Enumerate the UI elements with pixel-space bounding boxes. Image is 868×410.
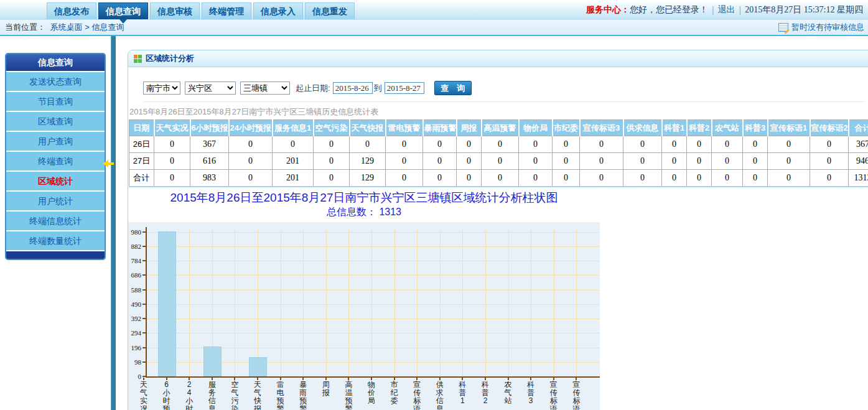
sidebar-item-1[interactable]: 节目查询	[6, 91, 105, 111]
sidebar-item-2[interactable]: 区域查询	[6, 111, 105, 131]
table-cell: 0	[768, 136, 810, 153]
town-select[interactable]: 三塘镇	[240, 82, 290, 95]
sidebar-item-3[interactable]: 用户查询	[6, 131, 105, 151]
table-cell: 0	[457, 153, 482, 170]
nav-tab-0[interactable]: 信息发布	[47, 2, 96, 19]
table-cell: 0	[662, 136, 687, 153]
nav-tab-5[interactable]: 信息重发	[305, 2, 355, 19]
pending-review-icon	[778, 23, 788, 32]
table-cell: 0	[229, 153, 273, 170]
v-gridline	[235, 230, 235, 376]
table-cell: 0	[314, 153, 350, 170]
table-cell: 0	[423, 136, 457, 153]
x-axis-label-19: 宣传标语2	[572, 381, 581, 410]
v-gridline	[189, 230, 190, 376]
h-gridline	[147, 232, 600, 233]
v-gridline	[485, 230, 486, 376]
table-cell: 0	[553, 153, 580, 170]
table-cell: 0	[768, 153, 810, 170]
y-axis-tick-label: 196	[128, 344, 141, 352]
arrow-tail	[108, 162, 114, 165]
x-axis-label-2: 24小时预报	[185, 381, 194, 410]
y-axis-tick-label: 490	[128, 301, 141, 308]
sidebar-collapse-arrow[interactable]	[103, 160, 115, 167]
y-axis-tick-label: 294	[128, 329, 141, 337]
table-cell: 0	[229, 170, 273, 187]
pending-review-notice[interactable]: 暂时没有待审核信息	[778, 20, 864, 35]
x-axis	[146, 376, 600, 378]
table-cell: 0	[687, 153, 712, 170]
v-gridline	[508, 230, 509, 376]
table-cell: 1313	[849, 170, 868, 187]
x-axis-label-17: 科普3	[526, 381, 536, 405]
sidebar-menu: 发送状态查询节目查询区域查询用户查询终端查询区域统计用户统计终端信息统计终端数量…	[6, 71, 105, 250]
separator: |	[739, 5, 742, 15]
content-area: 信息查询 发送状态查询节目查询区域查询用户查询终端查询区域统计用户统计终端信息统…	[0, 36, 868, 410]
table-header-cell-0: 日期	[129, 120, 154, 136]
h-gridline	[147, 246, 600, 247]
breadcrumb-path: 系统桌面 > 信息查询	[50, 22, 124, 32]
x-axis-label-16: 农气站	[503, 381, 513, 405]
chart-subtitle: 总信息数： 1313	[128, 206, 600, 218]
sidebar-item-8[interactable]: 终端数量统计	[6, 230, 105, 250]
chart-plot-area: 098196294392490588686784882980天气实况6小时预报2…	[128, 222, 600, 410]
v-gridline	[417, 230, 418, 376]
h-gridline	[147, 275, 600, 276]
sidebar-item-5[interactable]: 区域统计	[6, 170, 105, 190]
sidebar-footer	[6, 250, 105, 259]
sidebar-divider	[111, 36, 116, 410]
table-cell: 0	[712, 170, 743, 187]
table-header-cell-20: 宣传标语2	[810, 120, 849, 136]
table-cell: 0	[314, 136, 350, 153]
row-label: 27日	[129, 153, 154, 170]
nav-tab-4[interactable]: 信息录入	[253, 2, 303, 19]
table-cell: 0	[350, 136, 386, 153]
table-header-cell-18: 科普3	[743, 120, 768, 136]
table-row-0: 26日0367000000000000000000367	[129, 136, 868, 153]
table-cell: 0	[580, 170, 623, 187]
logout-link[interactable]: 退出	[718, 4, 735, 16]
sidebar-title: 信息查询	[6, 54, 105, 71]
x-axis-label-18: 宣传标语1	[549, 381, 558, 410]
date-from-input[interactable]	[333, 82, 373, 94]
query-button[interactable]: 查 询	[434, 81, 472, 95]
x-axis-label-10: 物价局	[367, 381, 376, 405]
x-axis-label-14: 科普1	[458, 381, 467, 405]
table-cell: 0	[154, 153, 190, 170]
date-range-label: 起止日期:	[296, 83, 330, 94]
sidebar-item-4[interactable]: 终端查询	[6, 151, 105, 170]
table-cell: 0	[743, 170, 768, 187]
table-cell: 0	[519, 170, 553, 187]
district-select[interactable]: 兴宁区	[185, 82, 236, 95]
y-axis-tick-label: 882	[128, 243, 141, 250]
v-gridline	[554, 230, 554, 376]
table-header-cell-3: 24小时预报	[229, 120, 273, 136]
nav-tab-2[interactable]: 信息审核	[150, 2, 200, 19]
sidebar-item-7[interactable]: 终端信息统计	[6, 210, 105, 230]
date-to-input[interactable]	[385, 82, 424, 94]
table-header-cell-11: 物价局	[519, 120, 553, 136]
table-cell: 129	[350, 170, 386, 187]
nav-tabs: 信息发布信息查询信息审核终端管理信息录入信息重发	[47, 2, 355, 19]
v-gridline	[371, 230, 372, 376]
table-cell: 0	[482, 170, 519, 187]
main-panel: 区域统计分析 南宁市 兴宁区 三塘镇 起止日期: 到	[128, 50, 868, 410]
sidebar-item-0[interactable]: 发送状态查询	[6, 71, 105, 91]
table-row-1: 27日06160201012900000000000000946	[129, 153, 868, 170]
x-axis-label-11: 市纪委	[390, 381, 399, 405]
v-gridline	[303, 230, 304, 376]
sidebar: 信息查询 发送状态查询节目查询区域查询用户查询终端查询区域统计用户统计终端信息统…	[5, 53, 106, 260]
sidebar-item-6[interactable]: 用户统计	[6, 190, 105, 210]
table-cell: 0	[553, 136, 580, 153]
nav-tab-1[interactable]: 信息查询	[98, 2, 148, 19]
table-cell: 0	[273, 136, 314, 153]
service-center-label: 服务中心：	[586, 4, 630, 16]
table-header-cell-14: 供求信息	[623, 120, 662, 136]
header-divider-line	[0, 35, 868, 36]
top-nav-bar: 信息发布信息查询信息审核终端管理信息录入信息重发 服务中心： 您好，您已经登录！…	[0, 0, 868, 20]
x-axis-label-3: 服务信息1	[207, 381, 217, 410]
table-cell: 983	[190, 170, 229, 187]
nav-tab-3[interactable]: 终端管理	[202, 2, 251, 19]
pending-review-text: 暂时没有待审核信息	[791, 22, 864, 33]
city-select[interactable]: 南宁市	[143, 82, 180, 95]
